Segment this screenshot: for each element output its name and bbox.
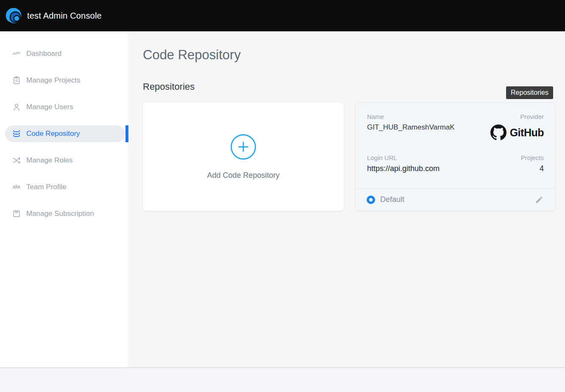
shuffle-icon xyxy=(12,156,21,165)
bookmark-square-icon xyxy=(12,209,21,218)
sidebar-item-label: Manage Users xyxy=(26,103,73,111)
sidebar-item-label: Code Repository xyxy=(26,130,80,138)
repository-card: Name GIT_HUB_RameshVarmaK Provider GitHu… xyxy=(355,102,556,211)
add-card-label: Add Code Repository xyxy=(207,171,279,180)
repo-name-field: Name GIT_HUB_RameshVarmaK xyxy=(367,113,455,141)
sidebar-nav: Dashboard Manage Projects Manage Users xyxy=(0,31,128,222)
app-logo-icon xyxy=(4,5,24,26)
sidebar-item-label: Manage Projects xyxy=(26,76,81,85)
sidebar-item-manage-users[interactable]: Manage Users xyxy=(5,99,125,116)
github-wordmark: GitHub xyxy=(510,127,544,139)
user-icon xyxy=(12,102,21,112)
main-content: Code Repository Repositories Repositorie… xyxy=(128,31,565,367)
login-url-value: https://api.github.com xyxy=(367,164,440,173)
layers-icon xyxy=(12,129,21,138)
repository-cards-row: Add Code Repository Name GIT_HUB_RameshV… xyxy=(143,102,556,211)
sidebar-item-manage-projects[interactable]: Manage Projects xyxy=(5,72,125,89)
projects-label: Projects xyxy=(521,154,544,161)
default-radio-group[interactable]: Default xyxy=(367,195,404,204)
repo-login-url-field: Login URL https://api.github.com xyxy=(367,154,440,173)
sidebar-item-dashboard[interactable]: Dashboard xyxy=(5,45,125,62)
sidebar-item-manage-subscription[interactable]: Manage Subscription xyxy=(5,205,125,222)
repository-card-footer: Default xyxy=(356,188,555,210)
repository-card-body: Name GIT_HUB_RameshVarmaK Provider GitHu… xyxy=(356,103,555,188)
team-icon xyxy=(12,182,21,192)
default-radio[interactable] xyxy=(367,196,375,204)
sidebar-item-team-profile[interactable]: Team Profile xyxy=(5,179,125,196)
default-label: Default xyxy=(380,195,404,204)
sidebar-item-code-repository[interactable]: Code Repository xyxy=(5,125,125,142)
repo-provider-field: Provider GitHub xyxy=(490,113,544,141)
repo-projects-field: Projects 4 xyxy=(521,154,544,173)
app-title: test Admin Console xyxy=(27,11,102,21)
name-value: GIT_HUB_RameshVarmaK xyxy=(367,123,455,132)
provider-label: Provider xyxy=(490,113,544,120)
clipboard-icon xyxy=(12,76,21,85)
sidebar-item-manage-roles[interactable]: Manage Roles xyxy=(5,152,125,169)
app-header: test Admin Console xyxy=(0,0,565,31)
projects-value: 4 xyxy=(521,164,544,173)
sidebar-item-label: Manage Subscription xyxy=(26,210,94,218)
pencil-icon xyxy=(535,196,543,204)
edit-repository-button[interactable] xyxy=(534,195,544,205)
github-logo: GitHub xyxy=(490,124,544,141)
sidebar-item-label: Team Profile xyxy=(26,183,66,191)
page-title: Code Repository xyxy=(143,47,241,63)
login-url-label: Login URL xyxy=(367,154,440,161)
add-plus-icon[interactable] xyxy=(230,134,256,160)
activity-icon xyxy=(12,49,21,58)
github-mark-icon xyxy=(490,124,507,141)
footer-bar xyxy=(0,367,565,392)
sidebar-item-label: Dashboard xyxy=(26,50,61,58)
repositories-tooltip: Repositories xyxy=(506,86,553,99)
add-code-repository-card[interactable]: Add Code Repository xyxy=(143,102,344,211)
sidebar-item-label: Manage Roles xyxy=(26,156,73,165)
name-label: Name xyxy=(367,113,455,120)
section-title: Repositories xyxy=(143,81,195,92)
sidebar: Dashboard Manage Projects Manage Users xyxy=(0,31,128,367)
